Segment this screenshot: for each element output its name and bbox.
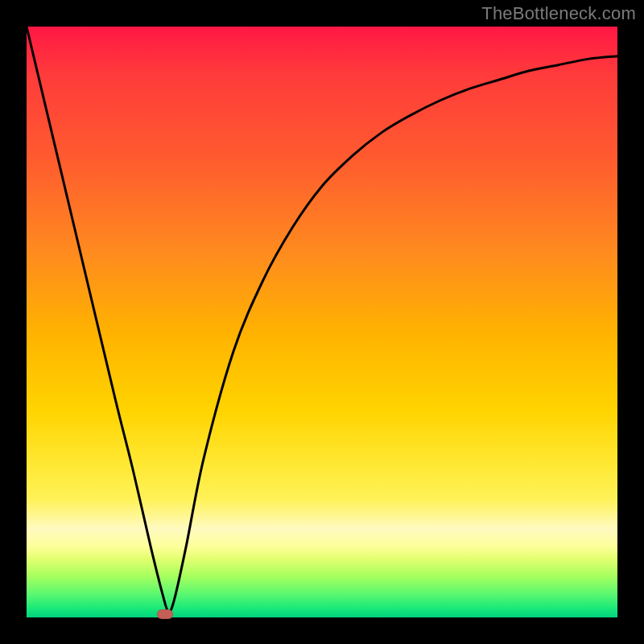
plot-area [27, 27, 617, 617]
chart-frame: TheBottleneck.com [0, 0, 644, 644]
watermark-text: TheBottleneck.com [481, 3, 636, 24]
focal-marker [157, 609, 173, 619]
curve-svg [27, 27, 617, 617]
bottleneck-curve [27, 27, 617, 612]
